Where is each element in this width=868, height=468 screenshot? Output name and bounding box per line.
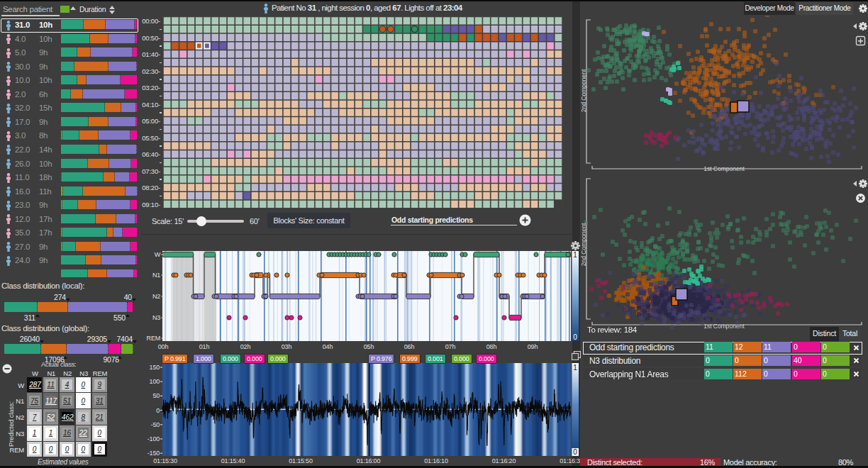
svg-text:0: 0 <box>573 333 577 341</box>
svg-text:01:16:20: 01:16:20 <box>492 457 516 464</box>
svg-text:50: 50 <box>152 392 160 399</box>
svg-text:1: 1 <box>573 251 577 259</box>
svg-text:05h: 05h <box>364 343 374 350</box>
svg-text:06h: 06h <box>404 343 415 350</box>
svg-text:0: 0 <box>573 448 577 456</box>
svg-text:01:15:50: 01:15:50 <box>289 457 313 464</box>
svg-text:01:16:00: 01:16:00 <box>357 457 381 464</box>
svg-text:00h: 00h <box>158 343 169 350</box>
svg-text:02h: 02h <box>240 343 251 350</box>
svg-text:09h: 09h <box>528 343 538 350</box>
svg-text:01:16:30: 01:16:30 <box>560 457 581 464</box>
svg-text:1st Component: 1st Component <box>703 165 745 172</box>
svg-text:04h: 04h <box>323 343 333 350</box>
svg-text:01:16:10: 01:16:10 <box>424 457 448 464</box>
svg-text:08h: 08h <box>486 343 497 350</box>
svg-text:-150: -150 <box>148 450 160 457</box>
svg-text:01:15:40: 01:15:40 <box>221 457 245 464</box>
svg-text:N1: N1 <box>152 272 160 279</box>
svg-text:03h: 03h <box>282 343 292 350</box>
svg-text:-50: -50 <box>151 421 160 428</box>
svg-text:REM: REM <box>147 335 160 342</box>
svg-text:-100: -100 <box>148 435 160 442</box>
svg-text:0: 0 <box>156 407 160 414</box>
svg-text:N2: N2 <box>152 293 160 300</box>
svg-text:01h: 01h <box>199 343 210 350</box>
svg-text:W: W <box>155 251 161 258</box>
svg-text:1st Component: 1st Component <box>703 323 745 330</box>
svg-text:01:15:30: 01:15:30 <box>153 457 177 464</box>
svg-text:1: 1 <box>573 364 577 372</box>
svg-text:150: 150 <box>150 364 160 371</box>
svg-text:100: 100 <box>150 378 160 385</box>
svg-text:N3: N3 <box>152 314 160 321</box>
svg-text:07h: 07h <box>445 343 456 350</box>
